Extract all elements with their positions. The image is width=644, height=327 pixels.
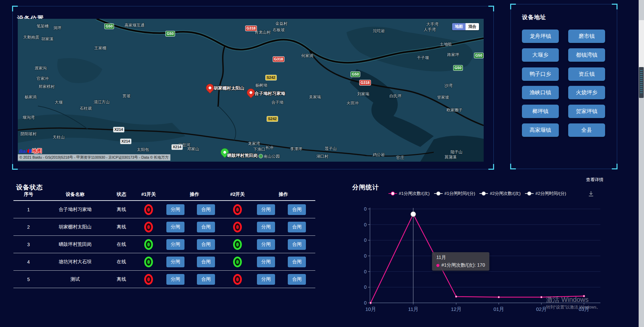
device-status: 离线 — [117, 276, 126, 282]
legend-item[interactable]: #1分闸次数/(次) — [388, 190, 430, 197]
address-button[interactable]: 磨市镇 — [568, 30, 605, 43]
scrollbar-thumb[interactable] — [639, 67, 644, 98]
map-label: 合子坳 — [271, 100, 283, 105]
row-index: 2 — [27, 224, 30, 230]
open-switch-button[interactable]: 分闸 — [166, 257, 184, 267]
address-button[interactable]: 贺家坪镇 — [568, 105, 605, 118]
windows-activation-watermark-sub: 转到“设置”以激活 Windows。 — [546, 305, 601, 310]
close-switch-button[interactable]: 合闸 — [197, 257, 215, 267]
map-label: 南山公园 — [259, 154, 280, 159]
table-header-row: 序号设备名称状态#1开关操作#2开关操作 — [13, 188, 315, 201]
map-type-hybrid-button[interactable]: 混合 — [466, 23, 479, 30]
address-button[interactable]: 全县 — [568, 123, 605, 137]
address-button[interactable]: 榔坪镇 — [522, 105, 559, 118]
map-label: 白氏坪 — [389, 93, 401, 99]
road-shield: G50 — [165, 31, 175, 37]
svg-text:180: 180 — [364, 206, 367, 212]
column-header: 状态 — [117, 192, 126, 198]
map-label: 阴阳坡村 — [20, 131, 37, 137]
device-status-table: 序号设备名称状态#1开关操作#2开关操作 1合子坳村习家坳离线分闸合闸分闸合闸2… — [13, 188, 315, 288]
open-switch-button[interactable]: 分闸 — [166, 274, 184, 285]
map-label: 金益村 — [275, 21, 287, 26]
open-switch-button[interactable]: 分闸 — [257, 204, 275, 215]
close-switch-button[interactable]: 合闸 — [288, 239, 306, 250]
legend-label: #1分闸时间/(分) — [444, 190, 475, 197]
close-switch-button[interactable]: 合闸 — [288, 204, 306, 215]
tooltip-value: #1分闸次数/(次): 170 — [441, 262, 485, 268]
page-scrollbar[interactable] — [639, 0, 644, 327]
device-name: 测试 — [70, 276, 80, 282]
table-row: 5测试离线分闸合闸分闸合闸 — [13, 271, 315, 288]
close-switch-button[interactable]: 合闸 — [288, 274, 306, 285]
switch-indicator-on — [233, 239, 242, 250]
close-switch-button[interactable]: 合闸 — [197, 204, 215, 215]
corner-decoration — [12, 6, 18, 11]
download-icon[interactable] — [588, 190, 594, 199]
map-label: 大堰 — [55, 100, 63, 105]
tooltip-category: 11月 — [436, 255, 485, 261]
column-header: 操作 — [279, 192, 288, 198]
windows-activation-watermark: 激活 Windows — [546, 295, 589, 304]
close-switch-button[interactable]: 合闸 — [197, 222, 215, 232]
map-label: 石柱观 — [80, 106, 92, 111]
open-switch-button[interactable]: 分闸 — [257, 274, 275, 285]
map-label: 王家棚 — [94, 45, 106, 51]
map-marker-label: 合子坳村习家坳 — [255, 91, 285, 97]
address-button[interactable]: 大堰乡 — [522, 48, 559, 62]
legend-item[interactable]: #2分闸时间/(分) — [525, 190, 566, 197]
baidu-paw-icon — [27, 149, 32, 153]
map-label: 沙湾 — [444, 83, 452, 89]
address-button[interactable]: 资丘镇 — [568, 67, 605, 81]
map-marker-label: 胡家棚村太阳山 — [214, 85, 244, 91]
open-switch-button[interactable]: 分闸 — [166, 222, 184, 232]
address-button[interactable]: 都镇湾镇 — [568, 48, 605, 62]
switch-indicator-off — [144, 222, 153, 232]
corner-decoration — [612, 4, 618, 9]
close-switch-button[interactable]: 合闸 — [197, 239, 215, 250]
device-status: 在线 — [117, 259, 126, 265]
map-label: 吴家垴 — [309, 94, 321, 100]
map-label: 石板坡 — [273, 27, 285, 33]
open-switch-button[interactable]: 分闸 — [257, 222, 275, 232]
map-label: 人手湾 — [424, 27, 436, 33]
map-label: 龙家湾 — [248, 141, 260, 147]
map-type-map-button[interactable]: 地图 — [452, 23, 466, 30]
address-button[interactable]: 渔峡口镇 — [522, 86, 559, 99]
map-label: 干子堰 — [417, 55, 429, 61]
open-switch-button[interactable]: 分闸 — [257, 239, 275, 250]
svg-text:60: 60 — [364, 269, 367, 274]
open-switch-button[interactable]: 分闸 — [257, 257, 275, 267]
dashboard-page: 设备位置 笔架槽洞坪天鹅抱蛋胡家溪高家堰互通金益村石板坡青 — [0, 0, 644, 327]
map-label: 郑家榜村 — [39, 84, 55, 90]
close-switch-button[interactable]: 合闸 — [288, 257, 306, 267]
switch-indicator-off — [144, 204, 153, 215]
map-label: 路家坪 — [447, 52, 459, 58]
map-label: 菖蒲溪 — [444, 154, 457, 160]
close-switch-button[interactable]: 合闸 — [197, 274, 215, 285]
address-button[interactable]: 龙舟坪镇 — [522, 30, 559, 43]
row-index: 4 — [27, 259, 30, 265]
svg-text:10月: 10月 — [365, 306, 376, 312]
open-switch-button[interactable]: 分闸 — [166, 204, 184, 215]
chart-tooltip: 11月 #1分闸次数/(次): 170 — [432, 252, 489, 271]
road-shield: X214 — [113, 127, 124, 132]
open-switch-button[interactable]: 分闸 — [166, 239, 184, 250]
svg-text:120: 120 — [364, 237, 367, 243]
address-button[interactable]: 鸭子口乡 — [522, 67, 559, 81]
map-label: 堰沟湾 — [22, 115, 35, 120]
column-header: 设备名称 — [66, 192, 85, 198]
address-button[interactable]: 火烧坪乡 — [568, 86, 605, 99]
road-shield: G50 — [351, 71, 360, 77]
baidu-map[interactable]: 笔架槽洞坪天鹅抱蛋胡家溪高家堰互通金益村石板坡青龙山村沱坨岩大手湾人手湾土地咀路… — [18, 19, 484, 162]
device-address-panel: 设备地址 龙舟坪镇磨市镇大堰乡都镇湾镇鸭子口乡资丘镇渔峡口镇火烧坪乡榔坪镇贺家坪… — [511, 4, 617, 169]
legend-label: #2分闸时间/(分) — [535, 190, 566, 197]
legend-item[interactable]: #2分闸次数/(次) — [479, 190, 521, 197]
legend-item[interactable]: #1分闸时间/(分) — [434, 190, 475, 197]
table-row: 1合子坳村习家坳离线分闸合闸分闸合闸 — [13, 201, 315, 218]
address-button[interactable]: 高家堰镇 — [522, 123, 559, 137]
corner-decoration — [612, 164, 618, 169]
table-row: 4塘坊河村大石坝在线分闸合闸分闸合闸 — [13, 253, 315, 271]
road-shield: S242 — [265, 75, 277, 80]
close-switch-button[interactable]: 合闸 — [288, 222, 306, 232]
view-details-link[interactable]: 查看详情 — [586, 177, 603, 183]
